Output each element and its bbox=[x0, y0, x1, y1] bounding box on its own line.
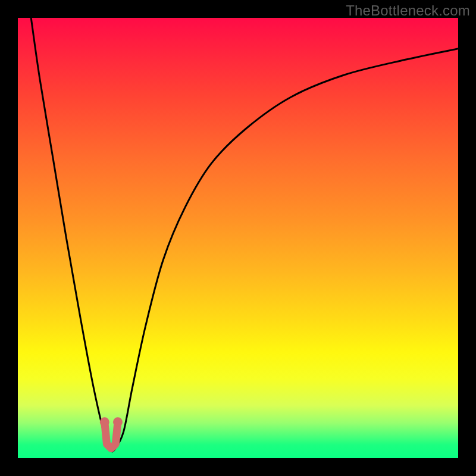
watermark-text: TheBottleneck.com bbox=[346, 2, 470, 19]
min-marker-dot-left bbox=[100, 417, 109, 427]
chart-frame: TheBottleneck.com bbox=[0, 0, 476, 476]
min-marker-dot-right bbox=[113, 417, 123, 427]
curve-layer bbox=[18, 18, 458, 458]
bottleneck-curve bbox=[31, 18, 458, 452]
plot-area bbox=[18, 18, 458, 458]
